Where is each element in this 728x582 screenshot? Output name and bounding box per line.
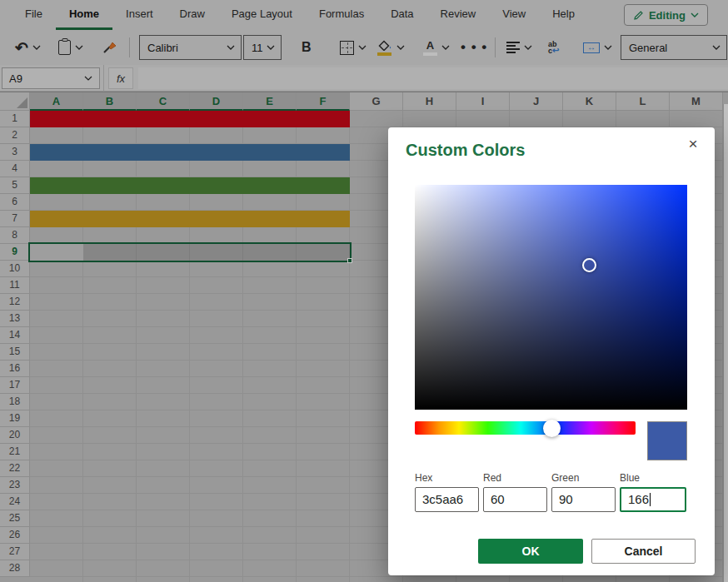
row-header-20[interactable]: 20 <box>0 427 30 444</box>
row-header-19[interactable]: 19 <box>0 410 30 427</box>
cancel-button[interactable]: Cancel <box>591 539 696 564</box>
row-header-9[interactable]: 9 <box>0 244 30 261</box>
formula-input[interactable] <box>138 67 728 89</box>
row-header-10[interactable]: 10 <box>0 261 30 277</box>
row-header-22[interactable]: 22 <box>0 460 30 477</box>
undo-button[interactable]: ↶ <box>15 30 41 65</box>
chevron-down-icon[interactable] <box>524 45 532 50</box>
menu-tab-view[interactable]: View <box>489 0 539 30</box>
font-size-select[interactable]: 11 <box>243 35 282 60</box>
dialog-title: Custom Colors <box>406 141 525 160</box>
insert-function-button[interactable]: fx <box>108 67 133 89</box>
row-header-15[interactable]: 15 <box>0 344 30 361</box>
bold-button[interactable]: B <box>302 30 312 65</box>
column-header-E[interactable]: E <box>243 92 297 111</box>
row-header-11[interactable]: 11 <box>0 277 30 294</box>
paste-button[interactable] <box>58 30 83 65</box>
column-header-J[interactable]: J <box>510 92 563 111</box>
row-header-2[interactable]: 2 <box>0 127 30 144</box>
ok-button[interactable]: OK <box>478 539 583 564</box>
menu-bar: FileHomeInsertDrawPage LayoutFormulasDat… <box>0 0 728 30</box>
column-header-B[interactable]: B <box>83 92 137 111</box>
name-box[interactable]: A9 <box>2 67 100 89</box>
row-header-16[interactable]: 16 <box>0 361 30 377</box>
saturation-brightness-field[interactable] <box>415 185 687 410</box>
blue-input[interactable]: 166 <box>620 487 686 512</box>
more-font-options-button[interactable]: • • • <box>461 30 487 65</box>
menu-tab-draw[interactable]: Draw <box>167 0 218 30</box>
borders-button[interactable] <box>340 30 366 65</box>
color-picker-ring[interactable] <box>582 258 596 272</box>
clipboard-icon <box>58 40 71 55</box>
column-header-A[interactable]: A <box>30 92 83 111</box>
fx-icon: fx <box>117 72 125 85</box>
alignment-button[interactable] <box>506 30 532 65</box>
editing-mode-button[interactable]: Editing <box>624 4 708 26</box>
menu-tab-page-layout[interactable]: Page Layout <box>218 0 306 30</box>
chevron-down-icon[interactable] <box>358 45 366 50</box>
row-header-3[interactable]: 3 <box>0 144 30 161</box>
menu-tab-home[interactable]: Home <box>56 0 112 30</box>
chevron-down-icon[interactable] <box>32 45 41 50</box>
hex-input[interactable]: 3c5aa6 <box>415 487 479 512</box>
close-icon[interactable]: × <box>683 134 703 154</box>
column-header-H[interactable]: H <box>403 92 456 111</box>
column-header-K[interactable]: K <box>563 92 616 111</box>
font-color-button[interactable]: A <box>423 30 450 65</box>
selected-color-swatch <box>647 421 687 460</box>
row-header-17[interactable]: 17 <box>0 377 30 394</box>
menu-tab-data[interactable]: Data <box>377 0 426 30</box>
row-header-18[interactable]: 18 <box>0 394 30 410</box>
column-header-C[interactable]: C <box>137 92 190 111</box>
row-header-26[interactable]: 26 <box>0 527 30 544</box>
green-input[interactable]: 90 <box>551 487 616 512</box>
red-field-label: Red <box>483 472 501 484</box>
row-header-5[interactable]: 5 <box>0 177 30 194</box>
chevron-down-icon[interactable] <box>604 45 612 50</box>
row-header-13[interactable]: 13 <box>0 311 30 327</box>
format-painter-button[interactable] <box>102 30 118 65</box>
row-header-1[interactable]: 1 <box>0 111 30 127</box>
column-header-M[interactable]: M <box>670 92 723 111</box>
row-header-4[interactable]: 4 <box>0 161 30 177</box>
row-header-28[interactable]: 28 <box>0 560 30 577</box>
column-header-F[interactable]: F <box>297 92 350 111</box>
chevron-down-icon[interactable] <box>75 45 83 50</box>
hue-slider-thumb[interactable] <box>543 420 561 437</box>
row-header-27[interactable]: 27 <box>0 544 30 560</box>
row-header-8[interactable]: 8 <box>0 227 30 244</box>
number-format-select[interactable]: General <box>621 35 727 60</box>
column-header-L[interactable]: L <box>616 92 670 111</box>
row-header-14[interactable]: 14 <box>0 327 30 344</box>
select-all-corner[interactable] <box>0 92 30 111</box>
merge-cells-button[interactable]: ↔ <box>583 30 612 65</box>
row-header-12[interactable]: 12 <box>0 294 30 311</box>
fill-color-button[interactable] <box>376 30 405 65</box>
chevron-down-icon[interactable] <box>396 45 405 50</box>
selection-border <box>28 242 352 262</box>
row-header-24[interactable]: 24 <box>0 494 30 510</box>
column-header-D[interactable]: D <box>190 92 243 111</box>
menu-tab-review[interactable]: Review <box>427 0 490 30</box>
chevron-down-icon[interactable] <box>441 45 450 50</box>
column-header-G[interactable]: G <box>350 92 403 111</box>
row-header-6[interactable]: 6 <box>0 194 30 211</box>
row-header-25[interactable]: 25 <box>0 510 30 527</box>
red-input[interactable]: 60 <box>483 487 547 512</box>
editing-label: Editing <box>649 9 686 22</box>
menu-tab-formulas[interactable]: Formulas <box>306 0 377 30</box>
row-header-7[interactable]: 7 <box>0 211 30 227</box>
fill-handle[interactable] <box>347 258 352 263</box>
chevron-down-icon <box>227 45 235 50</box>
font-name-select[interactable]: Calibri <box>139 35 242 60</box>
wrap-text-button[interactable]: ab c↩ <box>548 30 559 65</box>
row-header-23[interactable]: 23 <box>0 477 30 494</box>
menu-tab-help[interactable]: Help <box>539 0 588 30</box>
font-size-value: 11 <box>252 42 263 54</box>
column-header-I[interactable]: I <box>456 92 510 111</box>
row-header-21[interactable]: 21 <box>0 444 30 460</box>
menu-tab-file[interactable]: File <box>12 0 56 30</box>
vertical-scrollbar[interactable] <box>723 104 728 582</box>
hue-slider[interactable] <box>415 421 636 435</box>
menu-tab-insert[interactable]: Insert <box>112 0 167 30</box>
